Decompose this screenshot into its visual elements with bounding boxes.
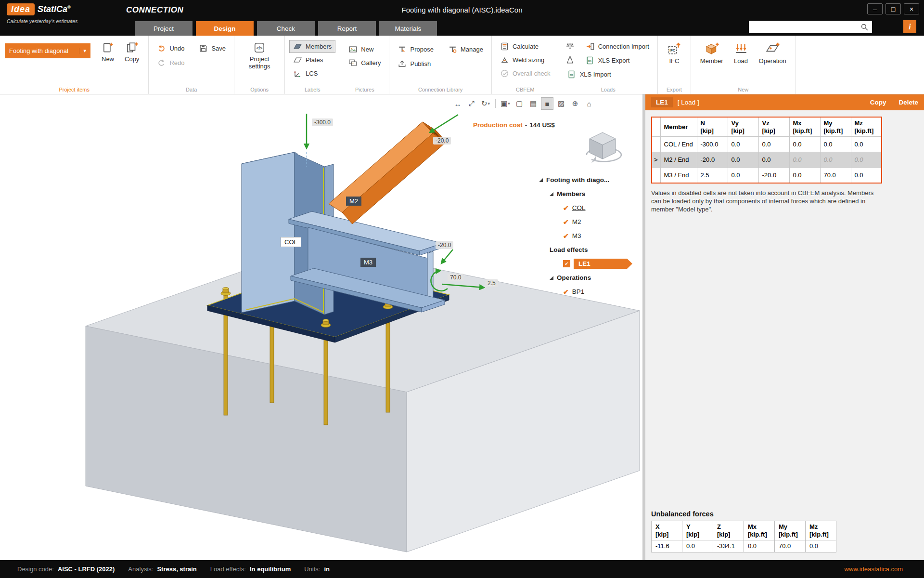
- checkbox-checked-icon[interactable]: ✔: [563, 232, 569, 240]
- project-selector-value: Footing with diagonal: [9, 47, 76, 54]
- save-button[interactable]: Save: [195, 42, 229, 54]
- status-bar: Design code: AISC - LRFD (2022) Analysis…: [0, 560, 924, 578]
- cell-member: COL / End: [660, 137, 697, 152]
- selected-load-effect-banner[interactable]: LE1: [574, 259, 632, 269]
- 3d-scene[interactable]: [0, 94, 642, 560]
- tree-item-m2[interactable]: ✔ M2: [539, 215, 642, 229]
- load-effects-table: Member N[kip] Vy[kip] Vz[kip] Mx[kip.ft]…: [651, 117, 882, 184]
- search-icon: [860, 23, 869, 32]
- table-row-m3-end[interactable]: M3 / End 2.5 0.0 -20.0 0.0 70.0 0.0: [652, 168, 882, 184]
- manage-button[interactable]: Manage: [445, 43, 487, 55]
- member-label-m2[interactable]: M2: [346, 197, 361, 206]
- view-wireframe-button[interactable]: ▢: [513, 97, 526, 110]
- diagonal-member-m2[interactable]: [329, 122, 446, 224]
- checkbox-checked-icon[interactable]: ✔: [563, 260, 570, 267]
- cell-member: M3 / End: [660, 168, 697, 184]
- xls-file-icon: [586, 56, 595, 65]
- new-picture-button[interactable]: New: [345, 43, 384, 55]
- tab-design[interactable]: Design: [196, 21, 254, 36]
- tree-group-members[interactable]: Members: [539, 187, 642, 201]
- publish-button[interactable]: Publish: [394, 58, 436, 70]
- ribbon: Footing with diagonal ▾ New Copy Project…: [0, 36, 924, 94]
- new-member-button[interactable]: Member: [696, 39, 728, 67]
- close-button[interactable]: ×: [904, 3, 919, 14]
- tree-item-le1[interactable]: ✔ LE1: [539, 257, 642, 271]
- navigation-cube[interactable]: [580, 125, 626, 166]
- member-label-m3[interactable]: M3: [360, 258, 376, 267]
- load-effects-value: In equilibrium: [250, 565, 291, 573]
- home-view-button[interactable]: ⌂: [583, 97, 595, 110]
- copy-load-effect-button[interactable]: Copy: [870, 99, 886, 106]
- member-label-col[interactable]: COL: [281, 237, 301, 247]
- tree-item-bp1[interactable]: ✔ BP1: [539, 285, 642, 299]
- circle-check-icon: [500, 69, 509, 78]
- website-link[interactable]: www.ideastatica.com: [845, 565, 903, 573]
- tree-root-item[interactable]: Footing with diago...: [539, 173, 642, 187]
- tree-item-m3[interactable]: ✔ M3: [539, 229, 642, 243]
- tree-group-operations[interactable]: Operations: [539, 271, 642, 285]
- lcs-labels-toggle[interactable]: LCS: [290, 67, 335, 79]
- minimize-button[interactable]: –: [867, 3, 883, 14]
- view-hidden-lines-button[interactable]: ▤: [527, 97, 539, 110]
- unbalanced-header-y: Y[kip]: [682, 521, 713, 540]
- weld-sizing-button[interactable]: Weld sizing: [497, 54, 554, 66]
- unbalanced-header-my: My[kip.ft]: [775, 521, 806, 540]
- loads-weight-button[interactable]: [564, 54, 577, 66]
- view-transparent-button[interactable]: ▨: [555, 97, 567, 110]
- search-box[interactable]: [749, 21, 872, 33]
- table-row-col-end[interactable]: COL / End -300.0 0.0 0.0 0.0 0.0 0.0: [652, 137, 882, 152]
- home-icon: ⌂: [587, 100, 591, 108]
- checkbox-checked-icon[interactable]: ✔: [563, 288, 569, 296]
- redo-button[interactable]: Redo: [154, 57, 188, 69]
- section-view-button[interactable]: ▣▾: [499, 97, 512, 110]
- calculate-button[interactable]: Calculate: [497, 40, 554, 53]
- xls-export-button[interactable]: XLS Export: [582, 54, 653, 66]
- tab-materials[interactable]: Materials: [379, 21, 437, 36]
- tab-report[interactable]: Report: [318, 21, 376, 36]
- expander-icon[interactable]: [550, 192, 553, 196]
- xls-import-button[interactable]: XLS Import: [564, 68, 653, 80]
- connection-import-button[interactable]: Connection Import: [582, 40, 653, 53]
- close-icon: ×: [910, 5, 913, 13]
- tab-check[interactable]: Check: [257, 21, 315, 36]
- zoom-fit-button[interactable]: ⤢: [465, 97, 478, 110]
- analysis-value: Stress, strain: [157, 565, 196, 573]
- viewport-3d[interactable]: ↔ ⤢ ↻▾ ▣▾ ▢ ▤ ■ ▨ ⊕ ⌂ Production cost-14…: [0, 94, 642, 560]
- expander-icon[interactable]: [550, 276, 553, 280]
- table-row-m2-end[interactable]: > M2 / End -20.0 0.0 0.0 0.0 0.0 0.0: [652, 152, 882, 168]
- project-settings-button[interactable]: Project settings: [239, 39, 280, 72]
- gallery-button[interactable]: Gallery: [345, 57, 384, 69]
- project-selector-dropdown[interactable]: Footing with diagonal ▾: [5, 43, 90, 58]
- view-shaded-button[interactable]: ■: [541, 97, 553, 110]
- expander-icon[interactable]: [539, 178, 543, 182]
- new-project-item-button[interactable]: New: [97, 39, 118, 65]
- load-effect-type: [ Load ]: [678, 99, 699, 106]
- rotate-view-button[interactable]: ↻▾: [479, 97, 492, 110]
- checkbox-checked-icon[interactable]: ✔: [563, 204, 569, 212]
- ribbon-group-labels: Members Plates LCS Labels: [285, 36, 340, 94]
- connection-import-icon: [586, 42, 595, 51]
- ifc-export-button[interactable]: IFC: [663, 39, 686, 67]
- info-button[interactable]: i: [903, 20, 916, 33]
- overall-check-button[interactable]: Overall check: [497, 67, 554, 79]
- equilibrium-balance-button[interactable]: [564, 40, 577, 53]
- new-operation-button[interactable]: Operation: [755, 39, 791, 67]
- tree-item-col[interactable]: ✔ COL: [539, 201, 642, 215]
- measure-button[interactable]: ↔: [451, 97, 464, 110]
- search-input[interactable]: [752, 23, 860, 31]
- maximize-button[interactable]: □: [886, 3, 901, 14]
- delete-load-effect-button[interactable]: Delete: [898, 99, 918, 106]
- ribbon-group-connection-library: Propose Manage Publish Connection Librar…: [389, 36, 491, 94]
- plates-labels-toggle[interactable]: Plates: [290, 54, 335, 66]
- members-labels-toggle[interactable]: Members: [290, 40, 335, 53]
- tab-project[interactable]: Project: [135, 21, 192, 36]
- tree-group-load-effects[interactable]: Load effects: [539, 243, 642, 257]
- copy-project-item-button[interactable]: Copy: [120, 39, 143, 65]
- propose-button[interactable]: Propose: [394, 43, 436, 55]
- new-load-button[interactable]: Load: [730, 39, 753, 67]
- balance-scale-icon: [565, 41, 575, 51]
- checkbox-checked-icon[interactable]: ✔: [563, 218, 569, 226]
- model-origin-button[interactable]: ⊕: [569, 97, 581, 110]
- analysis-label: Analysis:: [128, 565, 153, 573]
- undo-button[interactable]: Undo: [154, 42, 188, 54]
